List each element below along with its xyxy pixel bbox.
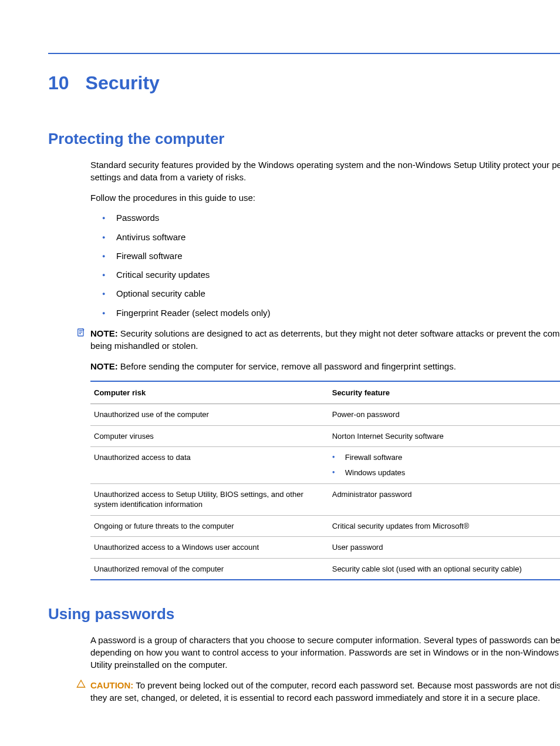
section-heading-protecting: Protecting the computer <box>48 129 560 149</box>
cell-risk: Unauthorized access to a Windows user ac… <box>90 537 329 559</box>
list-item: Firewall software <box>102 250 560 262</box>
note-callout: NOTE: Security solutions are designed to… <box>90 327 560 352</box>
note-body: Security solutions are designed to act a… <box>90 328 560 351</box>
paragraph: Follow the procedures in this guide to u… <box>90 191 560 204</box>
caution-icon <box>76 679 86 692</box>
list-item: Firewall software <box>332 452 560 463</box>
caution-body: To prevent being locked out of the compu… <box>90 680 560 703</box>
chapter-number: 10 <box>48 70 69 96</box>
chapter-title: 10 Security <box>48 70 560 96</box>
chapter-name: Security <box>86 70 160 96</box>
table-header-risk: Computer risk <box>90 381 329 404</box>
note-label: NOTE: <box>90 328 118 338</box>
table-row: Ongoing or future threats to the compute… <box>90 515 560 537</box>
cell-risk: Computer viruses <box>90 425 329 447</box>
cell-feature: Administrator password <box>329 483 560 515</box>
note-body: Before sending the computer for service,… <box>120 361 456 371</box>
list-item: Windows updates <box>332 468 560 478</box>
table-row: Computer viruses Norton Internet Securit… <box>90 425 560 447</box>
risk-feature-table: Computer risk Security feature Unauthori… <box>90 381 560 580</box>
paragraph: Standard security features provided by t… <box>90 159 560 183</box>
caution-callout: CAUTION: To prevent being locked out of … <box>90 679 560 704</box>
note-label: NOTE: <box>90 361 118 371</box>
cell-feature: Security cable slot (used with an option… <box>329 558 560 580</box>
paragraph: A password is a group of characters that… <box>90 634 560 671</box>
note-callout: NOTE: Before sending the computer for se… <box>90 360 560 372</box>
cell-feature: Norton Internet Security software <box>329 425 560 447</box>
cell-feature: User password <box>329 537 560 559</box>
note-icon <box>76 328 86 340</box>
list-item: Passwords <box>102 212 560 224</box>
cell-risk: Unauthorized access to Setup Utility, BI… <box>90 483 329 515</box>
list-item: Fingerprint Reader (select models only) <box>102 307 560 319</box>
cell-risk: Unauthorized use of the computer <box>90 404 329 426</box>
table-header-feature: Security feature <box>329 381 560 404</box>
caution-label: CAUTION: <box>90 680 133 690</box>
feature-bullet-list: Passwords Antivirus software Firewall so… <box>90 212 560 319</box>
table-row: Unauthorized use of the computer Power-o… <box>90 404 560 426</box>
section-heading-passwords: Using passwords <box>48 604 560 624</box>
cell-risk: Ongoing or future threats to the compute… <box>90 515 329 537</box>
list-item: Optional security cable <box>102 288 560 300</box>
cell-feature: Critical security updates from Microsoft… <box>329 515 560 537</box>
cell-feature: Firewall software Windows updates <box>329 447 560 483</box>
cell-risk: Unauthorized removal of the computer <box>90 558 329 580</box>
table-row: Unauthorized removal of the computer Sec… <box>90 558 560 580</box>
cell-risk: Unauthorized access to data <box>90 447 329 483</box>
table-row: Unauthorized access to data Firewall sof… <box>90 447 560 483</box>
list-item: Critical security updates <box>102 269 560 281</box>
table-row: Unauthorized access to a Windows user ac… <box>90 537 560 559</box>
cell-feature: Power-on password <box>329 404 560 426</box>
list-item: Antivirus software <box>102 231 560 243</box>
table-row: Unauthorized access to Setup Utility, BI… <box>90 483 560 515</box>
